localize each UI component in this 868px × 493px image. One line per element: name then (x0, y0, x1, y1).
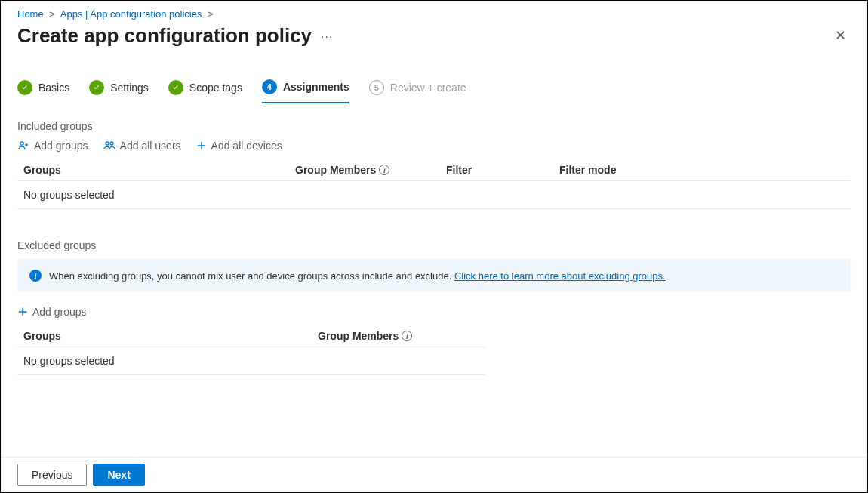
svg-point-2 (110, 142, 113, 145)
step-label: Scope tags (189, 82, 242, 94)
add-groups-button[interactable]: Add groups (17, 140, 88, 152)
step-label: Basics (38, 82, 69, 94)
svg-point-1 (106, 142, 109, 145)
step-label: Settings (110, 82, 149, 94)
breadcrumb-home[interactable]: Home (17, 8, 44, 20)
page-title: Create app configuration policy (17, 24, 312, 48)
users-icon (103, 140, 115, 152)
col-filter: Filter (446, 164, 559, 176)
excluded-groups-title: Excluded groups (17, 239, 851, 251)
info-icon: i (29, 270, 42, 282)
add-all-devices-button[interactable]: Add all devices (196, 140, 282, 152)
breadcrumb-sep: > (49, 8, 55, 20)
check-icon (168, 80, 183, 95)
next-button[interactable]: Next (93, 464, 144, 486)
step-label: Review + create (390, 82, 466, 94)
add-all-devices-label: Add all devices (211, 140, 282, 152)
plus-icon (17, 307, 28, 317)
check-icon (17, 80, 32, 95)
info-icon[interactable]: i (402, 331, 412, 341)
col-groups: Groups (23, 330, 318, 342)
svg-point-0 (20, 142, 23, 145)
excluded-add-groups-label: Add groups (32, 306, 87, 318)
step-number-icon: 4 (262, 79, 277, 94)
excluded-groups-table: Groups Group Membersi No groups selected (17, 325, 485, 375)
step-settings[interactable]: Settings (89, 79, 149, 103)
step-scope-tags[interactable]: Scope tags (168, 79, 242, 103)
more-menu-icon[interactable]: ··· (321, 30, 333, 44)
empty-row-text: No groups selected (23, 355, 318, 367)
wizard-footer: Previous Next (1, 457, 867, 492)
close-icon[interactable]: ✕ (830, 23, 851, 48)
add-groups-label: Add groups (34, 140, 88, 152)
excluded-add-groups-button[interactable]: Add groups (17, 306, 87, 318)
step-label: Assignments (283, 81, 349, 93)
banner-link[interactable]: Click here to learn more about excluding… (454, 270, 666, 282)
table-row: No groups selected (17, 347, 485, 375)
col-group-members: Group Membersi (295, 164, 446, 176)
add-all-users-button[interactable]: Add all users (103, 140, 181, 152)
col-groups: Groups (23, 164, 295, 176)
excluded-toolbar: Add groups (17, 306, 851, 318)
step-number-icon: 5 (369, 80, 384, 95)
breadcrumb: Home > Apps | App configuration policies… (17, 8, 851, 20)
step-review-create[interactable]: 5 Review + create (369, 79, 466, 103)
check-icon (89, 80, 104, 95)
breadcrumb-sep: > (208, 8, 214, 20)
step-basics[interactable]: Basics (17, 79, 69, 103)
add-all-users-label: Add all users (120, 140, 181, 152)
included-toolbar: Add groups Add all users Add all devices (17, 140, 851, 152)
empty-row-text: No groups selected (23, 189, 295, 201)
previous-button[interactable]: Previous (17, 464, 87, 486)
info-icon[interactable]: i (379, 165, 389, 175)
included-groups-title: Included groups (17, 120, 851, 132)
wizard-steps: Basics Settings Scope tags 4 Assignments… (17, 79, 851, 103)
col-filter-mode: Filter mode (559, 164, 845, 176)
plus-icon (196, 140, 207, 151)
included-groups-table: Groups Group Membersi Filter Filter mode… (17, 159, 851, 209)
table-row: No groups selected (17, 181, 851, 209)
excluded-info-banner: i When excluding groups, you cannot mix … (17, 259, 851, 292)
col-group-members: Group Membersi (318, 330, 479, 342)
add-user-icon (17, 140, 29, 152)
banner-text: When excluding groups, you cannot mix us… (49, 270, 454, 282)
step-assignments[interactable]: 4 Assignments (262, 79, 349, 103)
breadcrumb-apps[interactable]: Apps | App configuration policies (60, 8, 202, 20)
